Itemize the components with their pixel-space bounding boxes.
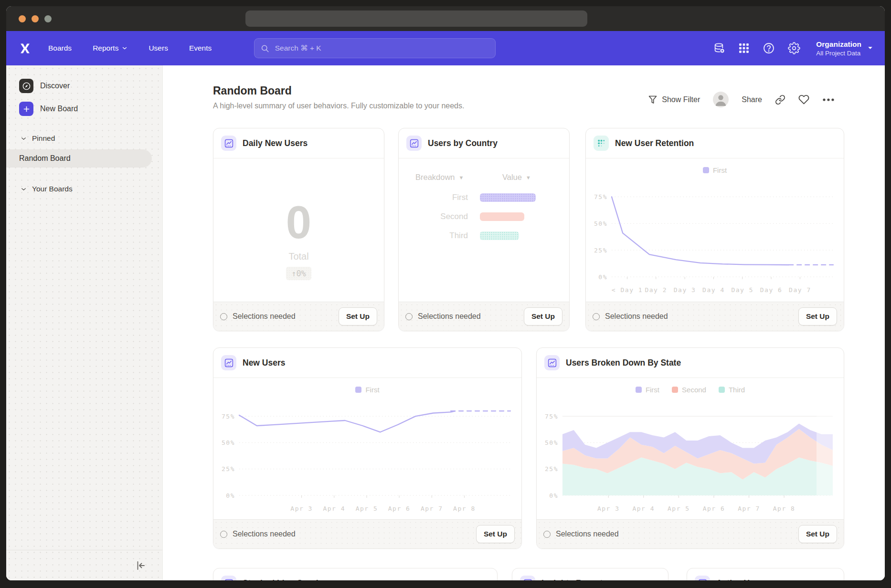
set-up-button[interactable]: Set Up <box>524 307 562 326</box>
settings-gear-icon[interactable] <box>788 42 800 54</box>
address-bar[interactable] <box>245 10 587 27</box>
sidebar-section-your-boards[interactable]: Your Boards <box>21 183 162 195</box>
global-search[interactable] <box>254 38 496 58</box>
chart-legend: FirstSecondThird <box>537 386 844 394</box>
card-footer: Selections needed Set Up <box>586 302 844 331</box>
chevron-down-icon: ▼ <box>459 175 464 180</box>
country-row: Second <box>399 212 524 221</box>
org-name: Organization <box>816 40 861 50</box>
svg-text:50%: 50% <box>545 439 558 446</box>
sidebar-section-pinned[interactable]: Pinned <box>21 132 162 145</box>
status-circle-icon <box>543 531 551 538</box>
chevron-down-icon <box>21 136 27 142</box>
svg-text:75%: 75% <box>594 193 607 200</box>
card-header: Users by Country <box>399 128 569 158</box>
nav-item-boards-label: Boards <box>48 44 72 52</box>
avatar[interactable] <box>713 92 729 107</box>
share-button[interactable]: Share <box>742 95 762 104</box>
svg-text:Apr 5: Apr 5 <box>668 505 690 512</box>
data-management-icon[interactable] <box>713 42 725 54</box>
insights-chart-icon <box>221 355 236 370</box>
status-text: Selections needed <box>233 530 296 538</box>
svg-text:50%: 50% <box>594 220 607 227</box>
svg-text:Apr 6: Apr 6 <box>703 505 725 512</box>
page-subtitle: A high-level summary of user behaviors. … <box>213 102 464 110</box>
svg-text:0%: 0% <box>598 273 607 281</box>
copy-link-icon[interactable] <box>775 94 785 105</box>
collapse-sidebar-icon[interactable] <box>135 560 146 571</box>
svg-text:Apr 8: Apr 8 <box>453 505 476 512</box>
org-switcher[interactable]: Organization All Project Data <box>816 40 873 57</box>
metric-big-value: 0 <box>213 200 384 245</box>
chart-legend: First <box>586 166 844 174</box>
nav-item-reports[interactable]: Reports <box>93 44 127 52</box>
nav-item-reports-label: Reports <box>93 44 118 52</box>
card-body: Breakdown ▼ Value ▼ FirstSecondThird <box>399 158 569 302</box>
traffic-light-close[interactable] <box>19 15 26 22</box>
card-new-user-retention: New User Retention First 75%50%25%0%< Da… <box>585 128 844 331</box>
show-filter-button[interactable]: Show Filter <box>648 95 700 105</box>
desktop: Boards Reports Users Events Organization <box>0 0 891 588</box>
traffic-lights <box>19 15 52 22</box>
card-stacked-line-graph: Stacked Line Graph <box>213 568 498 580</box>
card-body: First 75%50%25%0%Apr 3Apr 4Apr 5Apr 6Apr… <box>213 378 521 519</box>
show-filter-label: Show Filter <box>662 95 700 104</box>
traffic-light-minimize[interactable] <box>32 15 39 22</box>
card-body: FirstSecondThird 75%50%25%0%Apr 3Apr 4Ap… <box>537 378 844 519</box>
set-up-button[interactable]: Set Up <box>798 307 837 326</box>
insights-chart-icon <box>221 136 236 151</box>
card-footer: Selections needed Set Up <box>213 302 384 331</box>
svg-text:75%: 75% <box>222 413 235 420</box>
set-up-button[interactable]: Set Up <box>339 307 377 326</box>
svg-text:Apr 3: Apr 3 <box>597 505 620 512</box>
mixpanel-logo[interactable] <box>19 42 31 54</box>
legend-item: First <box>636 386 659 394</box>
legend-chip <box>355 387 361 393</box>
card-header: Users Broken Down By State <box>537 348 844 378</box>
card-users-by-state: Users Broken Down By State FirstSecondTh… <box>536 347 844 549</box>
card-header: Daily New Users <box>213 128 384 158</box>
legend-item: Second <box>672 386 706 394</box>
legend-chip <box>703 167 709 173</box>
sidebar-item-random-board[interactable]: Random Board <box>6 149 152 168</box>
set-up-button[interactable]: Set Up <box>798 525 837 543</box>
top-navbar: Boards Reports Users Events Organization <box>6 31 885 65</box>
chevron-down-icon <box>867 45 873 51</box>
country-row-bar <box>480 193 536 202</box>
help-icon[interactable] <box>763 42 775 54</box>
svg-text:Apr 7: Apr 7 <box>421 505 443 512</box>
insights-chart-icon <box>520 576 535 580</box>
card-header: Active Users <box>687 568 844 580</box>
nav-item-users-label: Users <box>148 44 168 52</box>
search-icon <box>261 44 269 53</box>
favorite-heart-icon[interactable] <box>798 94 809 105</box>
status-text: Selections needed <box>605 312 668 321</box>
breakdown-dropdown[interactable]: Breakdown ▼ <box>415 173 464 182</box>
search-input[interactable] <box>274 43 489 53</box>
card-insights-report: Insights Report <box>512 568 668 580</box>
main-content: Random Board A high-level summary of use… <box>163 65 885 580</box>
country-row-bar <box>480 231 519 240</box>
new-users-chart: 75%50%25%0%Apr 3Apr 4Apr 5Apr 6Apr 7Apr … <box>217 398 517 516</box>
svg-text:Apr 3: Apr 3 <box>290 505 313 512</box>
legend-label: Third <box>729 386 745 394</box>
card-header: New User Retention <box>586 128 844 158</box>
content-row: Discover New Board Pinned Random Board <box>6 65 885 580</box>
value-dropdown-label: Value <box>502 173 522 182</box>
set-up-button[interactable]: Set Up <box>476 525 515 543</box>
svg-text:0%: 0% <box>226 492 235 499</box>
sidebar-item-new-board[interactable]: New Board <box>19 101 162 117</box>
plus-icon <box>19 102 33 116</box>
sidebar-item-discover[interactable]: Discover <box>19 78 162 94</box>
svg-text:Apr 8: Apr 8 <box>773 505 796 512</box>
traffic-light-zoom[interactable] <box>44 15 52 22</box>
nav-item-boards[interactable]: Boards <box>48 44 72 52</box>
legend-item: Third <box>719 386 745 394</box>
metric-delta-badge: ↑0% <box>286 267 311 280</box>
nav-item-events[interactable]: Events <box>189 44 212 52</box>
nav-item-users[interactable]: Users <box>148 44 168 52</box>
apps-grid-icon[interactable] <box>738 42 750 54</box>
value-dropdown[interactable]: Value ▼ <box>502 173 531 182</box>
sidebar-section-pinned-label: Pinned <box>32 134 55 143</box>
more-options-icon[interactable] <box>822 98 835 102</box>
